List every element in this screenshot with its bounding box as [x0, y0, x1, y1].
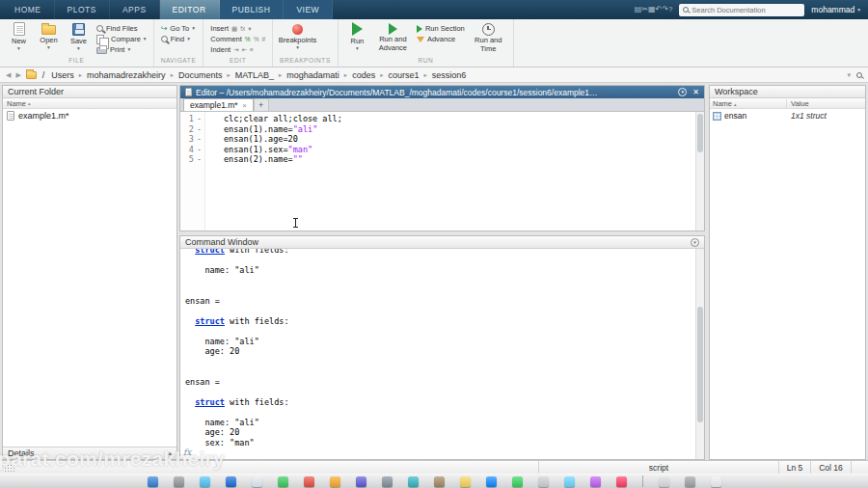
dock-icon-9[interactable]	[356, 476, 366, 487]
up-folder-icon[interactable]	[26, 71, 37, 79]
ribbon-tab-home[interactable]: HOME	[2, 0, 55, 19]
command-text: with fields:	[225, 397, 289, 407]
find-files-button[interactable]: Find Files	[96, 24, 147, 33]
breadcrumb-item[interactable]: moghadamati	[285, 70, 340, 80]
dock-icon-21[interactable]	[659, 476, 669, 487]
current-folder-name-column[interactable]: Name ▴	[3, 98, 176, 109]
breadcrumb-separator-icon: ▸	[380, 71, 383, 79]
dock-icon-18[interactable]	[590, 476, 601, 487]
insert-button[interactable]: Insert ▦ fx ▾	[210, 24, 265, 33]
forward-icon[interactable]: ▶	[15, 71, 20, 79]
dock-icon-12[interactable]	[434, 476, 445, 487]
dock-icon-14[interactable]	[486, 476, 497, 487]
chevron-down-icon[interactable]: ▾	[847, 71, 851, 79]
doc-search[interactable]	[679, 4, 804, 16]
dock-icon-16[interactable]	[538, 476, 549, 487]
dock-icon-17[interactable]	[564, 476, 575, 487]
editor-code[interactable]: clc;clear all;close all;ensan(1).name="a…	[206, 112, 695, 230]
dock-icon-7[interactable]	[304, 476, 314, 487]
workspace-name-column[interactable]: Name ▴	[710, 99, 787, 108]
run-and-advance-icon	[389, 23, 397, 35]
command-window-panel: Command Window ▾ struct with fields: nam…	[179, 235, 705, 460]
doc-search-input[interactable]	[692, 6, 798, 14]
run-and-advance-button[interactable]: Run and Advance	[375, 21, 411, 52]
breakpoints-button[interactable]: Breakpoints ▾	[280, 21, 315, 50]
indent-button[interactable]: Indent ⇥ ⇤ ≡	[210, 45, 265, 54]
new-button[interactable]: New ▾	[7, 21, 31, 51]
breadcrumb-item[interactable]: codes	[351, 70, 376, 80]
dock-icon-2[interactable]	[174, 476, 184, 487]
new-tab-button[interactable]: +	[254, 98, 269, 111]
dock-icon-19[interactable]	[616, 476, 627, 487]
breakpoint-dash[interactable]: -	[197, 124, 202, 135]
struct-link[interactable]: struct	[195, 397, 225, 407]
workspace-value-column[interactable]: Value	[787, 99, 865, 108]
breakpoint-dash[interactable]: -	[197, 154, 202, 165]
breadcrumb-item[interactable]: MATLAB_	[234, 70, 275, 80]
advance-icon	[417, 37, 424, 42]
breadcrumb-root[interactable]: /	[41, 70, 46, 80]
advance-button[interactable]: Advance	[417, 35, 465, 43]
compare-button[interactable]: Compare ▾	[96, 35, 147, 43]
dock-icon-4[interactable]	[226, 476, 236, 487]
breadcrumb-item[interactable]: Users	[50, 70, 75, 80]
dock-icon-8[interactable]	[330, 476, 340, 487]
struct-link[interactable]: struct	[195, 316, 225, 326]
back-icon[interactable]: ◀	[6, 71, 11, 79]
run-section-button[interactable]: Run Section	[417, 24, 465, 33]
print-button[interactable]: Print ▾	[96, 45, 147, 54]
dock-icon-3[interactable]	[200, 476, 210, 487]
editor-scroll-thumb[interactable]	[697, 114, 703, 152]
command-window-scroll-thumb[interactable]	[697, 307, 703, 422]
code-text: "man"	[288, 145, 313, 154]
workspace-row[interactable]: ensan 1x1 struct	[710, 109, 865, 121]
breadcrumb-item[interactable]: course1	[387, 70, 420, 80]
dock-icon-11[interactable]	[408, 476, 419, 487]
ribbon-tab-apps[interactable]: APPS	[110, 0, 160, 19]
panel-menu-icon[interactable]: ▾	[691, 238, 699, 247]
breadcrumb-item[interactable]: mohamadrezakheiry	[86, 70, 167, 80]
details-bar[interactable]: Details ▴	[3, 447, 176, 459]
dock-icon-1[interactable]	[148, 476, 158, 487]
go-to-button[interactable]: ↪ Go To ▾	[161, 24, 195, 33]
dock-icon-10[interactable]	[382, 476, 393, 487]
breadcrumb-item[interactable]: Documents	[177, 70, 224, 80]
dock-icon-15[interactable]	[512, 476, 523, 487]
dock-icon-13[interactable]	[460, 476, 471, 487]
code-line: ensan(1).age=20	[224, 134, 695, 145]
struct-link[interactable]: struct	[195, 249, 225, 255]
undock-icon[interactable]: ▾	[678, 88, 687, 96]
file-item[interactable]: example1.m*	[3, 109, 176, 122]
cut-icon[interactable]: ✂	[641, 5, 648, 14]
breakpoint-dash[interactable]: -	[197, 145, 202, 155]
user-menu[interactable]: mohammad ▾	[811, 5, 860, 14]
dock-icon-5[interactable]	[252, 476, 262, 487]
tab-close-icon[interactable]: ×	[243, 102, 247, 109]
line-number: 4	[189, 145, 194, 155]
save-button[interactable]: Save ▾	[67, 21, 91, 51]
dock-icon-23[interactable]	[711, 476, 721, 487]
ribbon-tab-view[interactable]: VIEW	[284, 0, 333, 19]
breakpoint-dash[interactable]: -	[197, 134, 202, 145]
breadcrumb-item[interactable]: session6	[431, 70, 468, 80]
command-window-scrollbar[interactable]	[695, 249, 704, 459]
redo-icon[interactable]: ↷	[662, 5, 668, 14]
close-icon[interactable]: ✕	[692, 88, 699, 96]
gutter-row: 1-	[180, 114, 204, 124]
find-button[interactable]: Find ▾	[161, 35, 195, 43]
ribbon-tab-publish[interactable]: PUBLISH	[220, 0, 285, 19]
address-search-icon[interactable]	[856, 72, 862, 78]
help-icon[interactable]: ?	[668, 5, 672, 14]
dock-icon-6[interactable]	[278, 476, 288, 487]
open-button[interactable]: Open ▾	[37, 21, 61, 50]
run-button[interactable]: Run ▾	[345, 21, 369, 51]
dock-icon-22[interactable]	[685, 476, 695, 487]
comment-button[interactable]: Comment % % #	[210, 35, 265, 43]
breakpoint-dash[interactable]: -	[197, 114, 202, 124]
command-window-content[interactable]: struct with fields: name: "ali" ensan = …	[180, 249, 695, 447]
ribbon-tab-editor[interactable]: EDITOR	[160, 0, 220, 19]
run-and-time-button[interactable]: Run and Time	[471, 21, 506, 53]
ribbon-tab-plots[interactable]: PLOTS	[55, 0, 110, 19]
editor-scrollbar[interactable]	[695, 112, 704, 230]
editor-tab[interactable]: example1.m* ×	[183, 98, 254, 111]
